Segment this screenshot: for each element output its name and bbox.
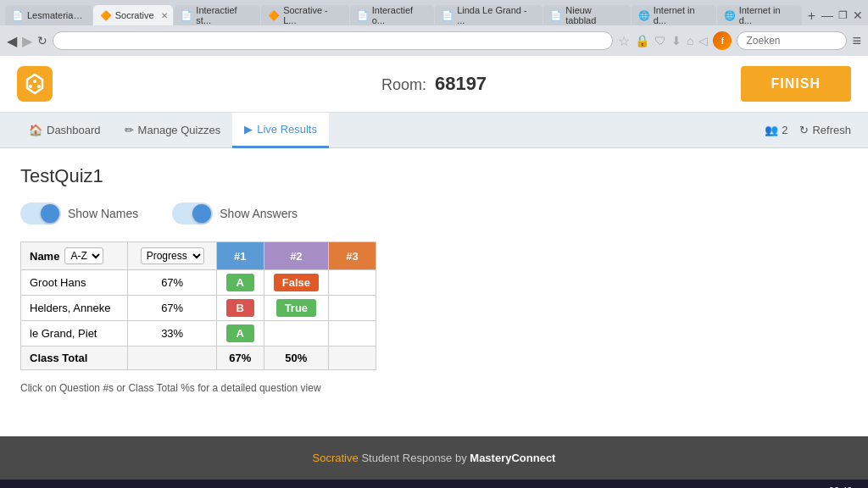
svg-point-2 (29, 85, 32, 88)
student-q2-2: True (264, 296, 328, 321)
footer-middle: Student Response by (361, 452, 470, 464)
address-input[interactable]: https://b.socrative.com/teacher/#live-re… (53, 31, 613, 50)
ie-taskbar-icon[interactable]: 🌐 (83, 484, 108, 488)
class-total-empty (128, 347, 216, 370)
tab-new[interactable]: 📄 Nieuw tabblad (543, 5, 630, 25)
app16-icon[interactable]: 🗂 (490, 484, 515, 488)
file-explorer-icon[interactable]: 📁 (110, 484, 136, 488)
tab-internet1[interactable]: 🌐 Internet in d... (632, 5, 716, 25)
tab-interactief1[interactable]: 📄 Interactief st... (174, 5, 260, 25)
app4-icon[interactable]: 💬 (164, 484, 190, 488)
table-row: le Grand, Piet 33% A (21, 321, 376, 347)
footer-masteryconnect: MasteryConnect (470, 452, 555, 464)
tab-internet2[interactable]: 🌐 Internet in d... (717, 5, 802, 25)
col-header-q1[interactable]: #1 (216, 242, 264, 270)
clock: 22:40 25-1-2016 (810, 485, 852, 488)
nav-manage-quizzes[interactable]: ✏ Manage Quizzes (113, 113, 233, 148)
show-names-label: Show Names (68, 207, 138, 220)
add-tab-button[interactable]: + (803, 8, 821, 24)
class-total-q1[interactable]: 67% (216, 347, 264, 370)
student-name-2: Helders, Anneke (21, 296, 128, 321)
show-answers-toggle-group: Show Answers (172, 202, 298, 225)
progress-select[interactable]: Progress Score (141, 247, 204, 264)
student-q1-1: A (216, 270, 264, 296)
start-button[interactable] (3, 483, 31, 488)
tab-interactief2[interactable]: 📄 Interactief o... (350, 5, 434, 25)
shield-button[interactable]: 🛡 (654, 34, 666, 47)
tab-close-icon[interactable]: ✕ (161, 11, 168, 20)
app18-icon[interactable]: 🎵 (544, 484, 570, 488)
tab-linda[interactable]: 📄 Linda Le Grand - ... (435, 5, 542, 25)
app7-icon[interactable]: 📎 (246, 484, 271, 488)
restore-button[interactable]: ❐ (838, 9, 848, 21)
app15-icon[interactable]: 📋 (463, 484, 488, 488)
class-total-q2[interactable]: 50% (264, 347, 328, 370)
student-q3-3 (329, 321, 376, 347)
refresh-label: Refresh (812, 124, 851, 136)
show-names-toggle[interactable] (20, 202, 61, 225)
students-count: 2 (782, 124, 787, 136)
app-header: Room: 68197 FINISH (0, 56, 868, 113)
finish-button[interactable]: FINISH (741, 66, 851, 102)
menu-button[interactable]: ≡ (852, 32, 861, 50)
dashboard-icon: 🏠 (29, 124, 42, 136)
svg-point-3 (37, 85, 41, 88)
app12-icon[interactable]: 📊 (381, 484, 407, 488)
search-input[interactable] (737, 31, 847, 50)
system-tray: ▲ 📶 🔊 💬 22:40 25-1-2016 | (746, 485, 865, 488)
student-name-3: le Grand, Piet (21, 321, 128, 347)
app10-icon[interactable]: E (327, 484, 353, 488)
app13-icon[interactable]: W (409, 484, 434, 488)
search-taskbar[interactable]: 🔍 (32, 485, 56, 488)
footer-socrative[interactable]: Socrative (313, 452, 359, 464)
col-header-q3[interactable]: #3 (329, 242, 376, 270)
toggles-row: Show Names Show Answers (20, 202, 848, 225)
results-table: Name A-Z Z-A Progress Score (20, 241, 376, 370)
app11-icon[interactable]: X (354, 484, 380, 488)
hint-text: Click on Question #s or Class Total %s f… (20, 382, 848, 394)
student-progress-2: 67% (128, 296, 216, 321)
students-count-item: 👥 2 (765, 124, 787, 136)
svg-point-1 (33, 80, 36, 83)
reload-button[interactable]: ↻ (37, 34, 47, 47)
class-total-q3 (329, 347, 376, 370)
nav-bar: 🏠 Dashboard ✏ Manage Quizzes ▶ Live Resu… (0, 113, 868, 148)
show-answers-toggle[interactable] (172, 202, 213, 225)
app6-icon[interactable]: 📧 (219, 484, 244, 488)
app17-icon[interactable]: 💻 (517, 484, 542, 488)
download-button[interactable]: ⬇ (671, 34, 682, 47)
task-view[interactable]: ⧉ (58, 485, 81, 488)
skype-icon[interactable]: S (571, 484, 597, 488)
students-icon: 👥 (765, 124, 778, 136)
content-area: TestQuiz1 Show Names Show Answers (0, 148, 868, 436)
lock-button[interactable]: 🔒 (635, 34, 649, 47)
toggle-knob-answers (192, 204, 211, 223)
app3-icon[interactable]: 🔵 (137, 484, 163, 488)
bookmark2-button[interactable]: ◁ (698, 34, 708, 47)
app8-icon[interactable]: P (273, 484, 298, 488)
back-button[interactable]: ◀ (7, 33, 17, 49)
tab-socrative-l[interactable]: 🔶 Socrative - L... (261, 5, 349, 25)
student-q1-2: B (216, 296, 264, 321)
svg-marker-0 (27, 75, 42, 93)
app-footer: Socrative Student Response by MasteryCon… (0, 436, 868, 480)
bookmark-button[interactable]: ☆ (618, 33, 630, 49)
nav-dashboard[interactable]: 🏠 Dashboard (17, 113, 113, 148)
close-button[interactable]: ✕ (853, 8, 863, 22)
app14-icon[interactable]: A (436, 484, 461, 488)
name-sort-select[interactable]: A-Z Z-A (64, 247, 103, 264)
app5-icon[interactable]: 🦊 (192, 484, 217, 488)
minimize-button[interactable]: — (821, 8, 833, 22)
tab-socrative[interactable]: 🔶 Socrative ✕ (93, 5, 174, 25)
student-q2-3 (264, 321, 328, 347)
refresh-item[interactable]: ↻ Refresh (799, 124, 851, 136)
nav-live-results[interactable]: ▶ Live Results (232, 113, 329, 148)
home-button[interactable]: ⌂ (687, 34, 693, 47)
col-header-q2[interactable]: #2 (264, 242, 328, 270)
forward-button[interactable]: ▶ (22, 33, 32, 49)
app9-icon[interactable]: 🌐 (300, 484, 326, 488)
tab-lesmateriaal[interactable]: 📄 Lesmateriaal... (5, 5, 92, 25)
tab-bar: 📄 Lesmateriaal... 🔶 Socrative ✕ 📄 Intera… (0, 0, 868, 25)
show-names-toggle-group: Show Names (20, 202, 138, 225)
nav-right: 👥 2 ↻ Refresh (765, 124, 851, 136)
